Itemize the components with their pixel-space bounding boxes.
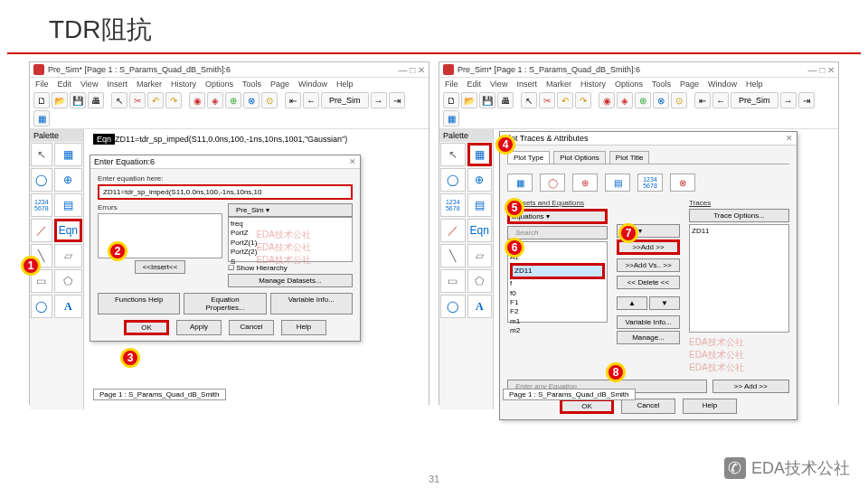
canvas[interactable]: Plot Traces & Attributes✕ Plot Type Plot…	[494, 129, 838, 409]
print-icon[interactable]: 🖶	[497, 92, 514, 108]
plot-type-icons[interactable]: ▦◯⊕▤12345678⊗	[507, 170, 789, 199]
tab-plot-title[interactable]: Plot Title	[609, 151, 650, 164]
nav-last-icon[interactable]: ⇥	[389, 92, 405, 108]
equation-display[interactable]: EqnZD11=tdr_sp_imped(S11,0.0ns,100,-1ns,…	[93, 135, 347, 144]
cut-icon[interactable]: ✂	[539, 92, 555, 108]
poly2-tool[interactable]: ⬠	[54, 269, 82, 293]
cut-icon[interactable]: ✂	[129, 92, 146, 108]
text-tool[interactable]: A	[54, 295, 82, 318]
menu-bar[interactable]: FileEditViewInsertMarkerHistoryOptionsTo…	[30, 78, 429, 90]
nav-prev-icon[interactable]: ←	[712, 92, 729, 108]
marker1-icon[interactable]: ◉	[189, 92, 205, 108]
tab-plot-options[interactable]: Plot Options	[553, 151, 606, 164]
poly-tool[interactable]: ▱	[54, 244, 82, 267]
line-tool[interactable]: ／	[31, 219, 52, 242]
circle-tool[interactable]: ◯	[31, 295, 52, 318]
ok-button[interactable]: OK	[560, 399, 614, 414]
circle-tool[interactable]: ◯	[440, 295, 466, 318]
smith-tool[interactable]: ⊕	[467, 168, 493, 192]
tab-bar[interactable]: Plot Type Plot Options Plot Title	[507, 151, 789, 164]
close-icon[interactable]: ✕	[349, 157, 356, 166]
new-icon[interactable]: 🗋	[33, 92, 50, 108]
help-button[interactable]: Help	[281, 320, 326, 335]
list-tool[interactable]: 12345678	[440, 193, 466, 217]
rect-plot-tool[interactable]: ▦	[54, 143, 82, 166]
insert-button[interactable]: <<Insert<<	[135, 260, 186, 274]
polar-tool[interactable]: ◯	[440, 168, 466, 192]
eqn-tool[interactable]: Eqn	[467, 219, 493, 242]
eqn-tool[interactable]: Eqn	[54, 219, 82, 242]
rect-tool[interactable]: ▭	[440, 269, 466, 293]
stacked-tool[interactable]: ▤	[467, 193, 493, 217]
nav-first-icon[interactable]: ⇤	[285, 92, 301, 108]
marker2-icon[interactable]: ◈	[207, 92, 223, 108]
ok-button[interactable]: OK	[124, 320, 169, 335]
add-vs-button[interactable]: >>Add Vs.. >>	[617, 258, 680, 272]
nav-prev-icon[interactable]: ←	[303, 92, 319, 108]
poly2-tool[interactable]: ⬠	[467, 269, 493, 293]
poly-tool[interactable]: ▱	[467, 244, 493, 267]
cancel-button[interactable]: Cancel	[229, 320, 274, 335]
delete-button[interactable]: << Delete <<	[617, 276, 680, 289]
redo-icon[interactable]: ↷	[165, 92, 182, 108]
equation-input[interactable]: ZD11=tdr_sp_imped(S11,0.0ns,100,-1ns,10n…	[98, 184, 353, 200]
save-icon[interactable]: 💾	[479, 92, 495, 108]
nav-next-icon[interactable]: →	[371, 92, 387, 108]
stacked-tool[interactable]: ▤	[54, 193, 82, 217]
dataset-combo[interactable]: Pre_Sim	[731, 92, 778, 108]
page-tab[interactable]: Page 1 : S_Params_Quad_dB_Smith	[503, 389, 636, 400]
cursor-icon[interactable]: ↖	[111, 92, 127, 108]
manage-button[interactable]: Manage...	[617, 331, 680, 344]
equation-props-button[interactable]: Equation Properties...	[184, 293, 266, 314]
nav-next-icon[interactable]: →	[780, 92, 797, 108]
save-icon[interactable]: 💾	[70, 92, 86, 108]
manage-datasets-button[interactable]: Manage Datasets...	[228, 274, 353, 287]
list-tool[interactable]: 12345678	[31, 193, 52, 217]
marker4-icon[interactable]: ⊗	[243, 92, 259, 108]
menu-bar[interactable]: FileEditViewInsertMarkerHistoryOptionsTo…	[439, 78, 838, 90]
nav-last-icon[interactable]: ⇥	[798, 92, 815, 108]
close-icon[interactable]: ✕	[786, 134, 793, 143]
canvas[interactable]: EqnZD11=tdr_sp_imped(S11,0.0ns,100,-1ns,…	[84, 129, 429, 409]
toggle-icon[interactable]: ▦	[33, 110, 50, 127]
page-tab[interactable]: Page 1 : S_Params_Quad_dB_Smith	[93, 389, 226, 400]
new-icon[interactable]: 🗋	[443, 92, 459, 108]
redo-icon[interactable]: ↷	[575, 92, 591, 108]
marker3-icon[interactable]: ⊕	[225, 92, 241, 108]
rect-plot-tool[interactable]: ▦	[467, 143, 493, 166]
nav-first-icon[interactable]: ⇤	[694, 92, 711, 108]
variable-info-button[interactable]: Variable Info...	[270, 293, 353, 314]
marker2-icon[interactable]: ◈	[617, 92, 633, 108]
marker5-icon[interactable]: ⊙	[261, 92, 278, 108]
open-icon[interactable]: 📂	[461, 92, 477, 108]
window-controls[interactable]: — □ ✕	[398, 65, 425, 75]
line2-tool[interactable]: ╲	[440, 244, 466, 267]
functions-help-button[interactable]: Functions Help	[98, 293, 180, 314]
marker4-icon[interactable]: ⊗	[653, 92, 669, 108]
dataset-select[interactable]: Pre_Sim ▾	[228, 203, 353, 217]
toolbar[interactable]: 🗋 📂 💾 🖶 ↖ ✂ ↶ ↷ ◉ ◈ ⊕ ⊗ ⊙ ⇤ ← Pre_Sim → …	[439, 90, 838, 129]
move-down-button[interactable]: ▼	[649, 296, 680, 310]
variable-info-button[interactable]: Variable Info...	[617, 315, 680, 329]
text-tool[interactable]: A	[467, 295, 493, 318]
add-eq-button[interactable]: >> Add >>	[712, 380, 790, 393]
smith-tool[interactable]: ⊕	[54, 168, 82, 192]
traces-list[interactable]: ZD11	[689, 224, 789, 333]
undo-icon[interactable]: ↶	[147, 92, 164, 108]
move-up-button[interactable]: ▲	[617, 296, 647, 310]
polar-tool[interactable]: ◯	[31, 168, 52, 192]
undo-icon[interactable]: ↶	[557, 92, 573, 108]
marker5-icon[interactable]: ⊙	[671, 92, 687, 108]
help-button[interactable]: Help	[683, 399, 737, 414]
cancel-button[interactable]: Cancel	[621, 399, 675, 414]
toolbar[interactable]: 🗋 📂 💾 🖶 ↖ ✂ ↶ ↷ ◉ ◈ ⊕ ⊗ ⊙ ⇤ ← Pre_Sim → …	[30, 90, 429, 129]
cursor-icon[interactable]: ↖	[521, 92, 537, 108]
dataset-combo[interactable]: Pre_Sim	[321, 92, 369, 108]
marker1-icon[interactable]: ◉	[599, 92, 615, 108]
search-input[interactable]: Search	[507, 226, 608, 239]
trace-options-button[interactable]: Trace Options...	[689, 209, 789, 222]
pointer-tool[interactable]: ↖	[440, 143, 466, 166]
print-icon[interactable]: 🖶	[88, 92, 104, 108]
window-controls[interactable]: — □ ✕	[807, 65, 835, 75]
marker3-icon[interactable]: ⊕	[635, 92, 651, 108]
